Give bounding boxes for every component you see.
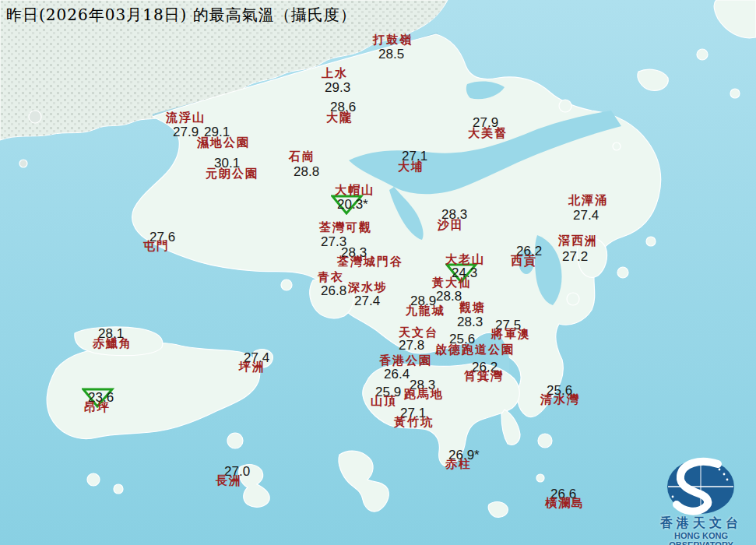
station-name: 北潭涌 [568, 195, 608, 206]
station-name: 大帽山 [335, 185, 374, 196]
station-name: 山頂 [371, 396, 397, 407]
station-name: 荃灣可觀 [319, 222, 372, 234]
station-name: 九龍城 [406, 305, 445, 317]
station-value: 20.3* [337, 198, 368, 211]
station-name: 滘西洲 [558, 235, 598, 247]
station-name: 打鼓嶺 [373, 34, 413, 46]
station-name: 大隴 [326, 112, 353, 124]
station-name: 天文台 [399, 327, 438, 339]
station-name: 觀塘 [459, 302, 486, 314]
station-name: 深水埗 [348, 282, 388, 294]
station-name: 赤鱲角 [93, 338, 132, 350]
station-name: 坪洲 [239, 361, 265, 373]
station-name: 赤柱 [445, 459, 472, 470]
station-name: 長洲 [216, 475, 242, 487]
station-name: 大老山 [445, 254, 485, 265]
station-name: 西貢 [511, 255, 537, 267]
station-value: 28.8 [436, 290, 462, 303]
station-name: 元朗公園 [206, 168, 258, 180]
station-name: 將軍澳 [491, 329, 531, 340]
station-value: 27.9 [173, 125, 199, 139]
station-value: 27.4 [354, 294, 380, 308]
hko-max-temperature-map: 昨日(2026年03月18日) 的最高氣溫（攝氏度） 28.5打鼓嶺29.3上水… [0, 0, 756, 545]
station-name: 上水 [322, 68, 348, 79]
station-value: 27.8 [399, 339, 424, 352]
station-value: 26.8 [321, 284, 346, 297]
station-name: 沙田 [438, 220, 464, 231]
station-name: 石崗 [289, 151, 315, 163]
station-name: 黃大仙 [432, 277, 472, 289]
station-name: 黃竹坑 [394, 417, 434, 428]
station-name: 青衣 [318, 272, 344, 283]
station-value: 28.3 [457, 315, 483, 329]
station-name: 跑馬地 [404, 389, 444, 400]
station-name: 大埔 [398, 161, 424, 173]
station-value: 28.8 [294, 165, 319, 178]
station-name: 香港公園 [379, 355, 432, 367]
station-name: 橫瀾島 [545, 498, 585, 509]
station-name: 大美督 [468, 128, 508, 139]
station-name: 啟德跑道公園 [435, 344, 515, 356]
station-value: 26.4 [384, 367, 410, 381]
station-value: 27.2 [562, 250, 588, 263]
station-name: 昂坪 [84, 402, 111, 413]
station-value: 27.4 [573, 209, 599, 222]
station-name: 流浮山 [166, 112, 206, 124]
station-name: 濕地公園 [197, 137, 250, 149]
station-name: 屯門 [143, 241, 170, 252]
station-name: 荃灣城門谷 [337, 256, 403, 268]
station-name: 筲箕灣 [464, 371, 504, 382]
hko-logo-chinese-text: 香港天文台 [646, 515, 756, 532]
station-name: 清水灣 [540, 394, 580, 406]
station-value: 29.3 [325, 81, 350, 94]
hko-logo-english-text: HONG KONG OBSERVATORY [643, 531, 756, 545]
station-value: 28.5 [378, 47, 404, 61]
station-labels-layer: 28.5打鼓嶺29.3上水28.6大隴27.9流浮山29.1濕地公園30.1元朗… [0, 0, 756, 545]
